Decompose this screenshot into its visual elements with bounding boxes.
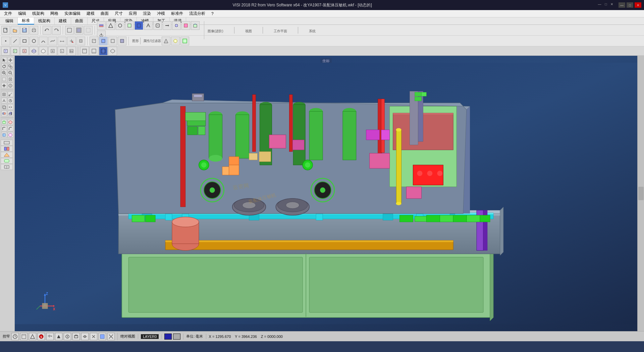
status-icon-4[interactable]: S [38, 333, 45, 340]
tb-iso-view[interactable]: ISO [30, 47, 38, 55]
tb-layer11[interactable] [191, 21, 200, 30]
tb-layer9[interactable] [172, 21, 181, 30]
lt-zoom-all[interactable] [8, 76, 13, 82]
lt-boolean[interactable] [1, 111, 7, 116]
tb-front-view[interactable]: F [11, 47, 19, 55]
tb-layer7[interactable] [153, 21, 162, 30]
tb-hidden-line[interactable] [108, 37, 117, 45]
status-icon-1[interactable] [11, 333, 19, 340]
tb-3d-right[interactable] [90, 47, 98, 55]
lt-scale[interactable] [8, 63, 13, 69]
tb-layer8[interactable] [163, 21, 171, 30]
viewport[interactable]: 坐标 [15, 56, 637, 331]
tab-wireframe[interactable]: 线架构 [34, 17, 55, 25]
tb-left-view[interactable]: L [58, 47, 66, 55]
sub-max-btn[interactable]: □ [603, 2, 608, 6]
tb-user-view[interactable] [39, 47, 48, 55]
lt-extra5[interactable]: ∑ [1, 164, 13, 170]
lt-measure1[interactable] [1, 98, 7, 103]
status-color-box2[interactable] [173, 334, 180, 340]
menu-punch[interactable]: 冲模 [154, 10, 168, 17]
status-icon-6[interactable] [55, 333, 62, 340]
lt-zoom-out[interactable] [8, 70, 13, 76]
tb-wireframe-view[interactable] [90, 37, 98, 45]
lt-pan[interactable] [1, 83, 7, 88]
tb-new[interactable] [1, 26, 10, 35]
status-color-box[interactable] [164, 334, 172, 340]
lt-mirror[interactable] [8, 104, 13, 110]
tb-solid-view[interactable] [118, 37, 126, 45]
tb-top-view[interactable]: T [1, 47, 10, 55]
tb-arc[interactable] [39, 37, 48, 45]
tb-filter1[interactable] [162, 37, 170, 45]
tb-layer4[interactable] [125, 21, 134, 30]
menu-dim[interactable]: 尺寸 [112, 10, 125, 17]
tab-edit[interactable]: 编辑 [1, 17, 18, 25]
tb-redo[interactable] [52, 26, 61, 35]
minimize-btn[interactable]: — [619, 2, 625, 8]
status-icon-9[interactable] [81, 333, 89, 340]
tb-layer1[interactable] [97, 21, 106, 30]
lt-solid4[interactable] [8, 132, 13, 138]
tab-model[interactable]: 建模 [55, 17, 71, 25]
lt-snap2[interactable] [8, 91, 13, 97]
tb-shaded-view[interactable] [99, 37, 108, 45]
lt-rotate[interactable] [1, 63, 7, 69]
sub-min-btn[interactable]: — [596, 2, 602, 6]
tab-surface[interactable]: 曲面 [71, 17, 88, 25]
tb-3d-top[interactable] [99, 47, 108, 55]
menu-surface[interactable]: 曲面 [98, 10, 111, 17]
status-icon-3[interactable] [29, 333, 36, 340]
menu-file[interactable]: 文件 [1, 10, 15, 17]
menu-solid-edit[interactable]: 实体编辑 [62, 10, 83, 17]
tb-dimension[interactable] [58, 37, 66, 45]
tb-layer6[interactable] [144, 21, 153, 30]
tb-layer5[interactable] [135, 21, 143, 30]
lt-snap1[interactable] [1, 91, 7, 97]
tb-right-view[interactable]: R [20, 47, 29, 55]
tb-layer2[interactable] [106, 21, 115, 30]
status-icon-11[interactable] [99, 333, 106, 340]
status-icon-7[interactable] [64, 333, 71, 340]
tb-undo[interactable] [43, 26, 51, 35]
tb-3d-left[interactable] [80, 47, 89, 55]
tab-standard[interactable]: 标准 [18, 17, 34, 25]
close-btn[interactable]: ✕ [635, 2, 641, 8]
lt-extra4[interactable] [1, 158, 13, 164]
lt-copy[interactable] [1, 104, 7, 110]
tb-bottom-view[interactable]: Bo [67, 47, 76, 55]
tb-open[interactable] [11, 26, 19, 35]
menu-edit[interactable]: 编辑 [15, 10, 29, 17]
tb-offset[interactable] [76, 37, 85, 45]
tb-3d-corner[interactable] [108, 47, 117, 55]
lt-dynamic[interactable] [8, 83, 13, 88]
status-icon-8[interactable] [72, 333, 80, 340]
menu-wireframe[interactable]: 线架构 [30, 10, 47, 17]
lt-measure2[interactable] [8, 98, 13, 103]
menu-apply[interactable]: 应用 [126, 10, 140, 17]
lt-select[interactable] [1, 57, 7, 63]
tb-save[interactable] [20, 26, 29, 35]
tb-deselect[interactable] [84, 26, 93, 35]
right-scroll-thumb[interactable] [638, 187, 644, 200]
tb-circle-shape[interactable] [30, 37, 38, 45]
sub-close-btn[interactable]: ✕ [609, 2, 614, 6]
menu-model[interactable]: 建模 [84, 10, 97, 17]
lt-move[interactable] [8, 57, 13, 63]
lt-extra2[interactable] [1, 146, 13, 152]
lt-chamfer[interactable] [8, 126, 13, 131]
tb-print[interactable] [30, 26, 38, 35]
lt-extra3[interactable] [1, 152, 13, 158]
lt-zoom-in[interactable] [1, 70, 7, 76]
tb-layer3[interactable] [116, 21, 124, 30]
status-icon-12[interactable] [107, 333, 115, 340]
lt-solid3[interactable] [1, 132, 7, 138]
lt-extrude[interactable] [8, 111, 13, 116]
tb-layer10[interactable] [181, 21, 190, 30]
tb-trim[interactable] [67, 37, 76, 45]
lt-solid2[interactable] [8, 119, 13, 125]
menu-std[interactable]: 标准件 [168, 10, 186, 17]
tb-select-box[interactable] [65, 26, 74, 35]
tb-select-all[interactable] [74, 26, 83, 35]
lt-zoom-window[interactable] [1, 76, 7, 82]
